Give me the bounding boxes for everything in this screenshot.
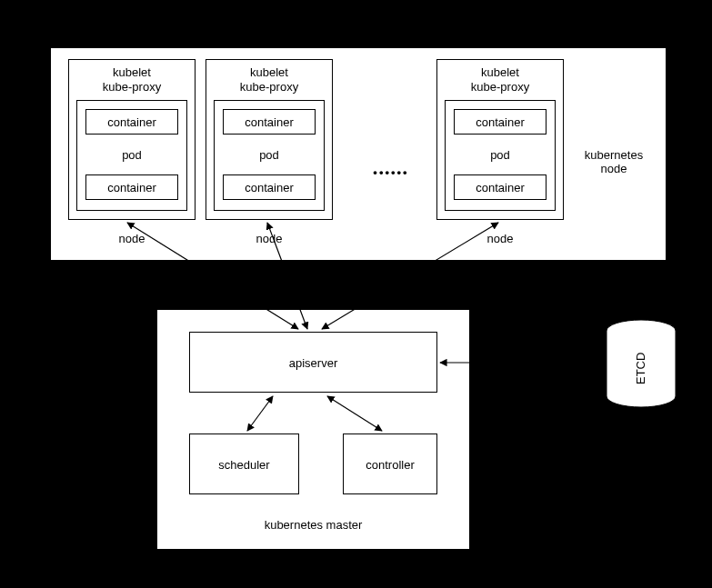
- kubernetes-node-region-label: kubernetes node: [573, 148, 655, 175]
- node-2-container-2-label: container: [223, 181, 316, 194]
- apiserver-label: apiserver: [189, 356, 437, 370]
- node-1-kubelet: kubelet: [68, 65, 196, 79]
- node-2-pod-label: pod: [214, 148, 325, 162]
- node-3-label: node: [436, 232, 564, 245]
- node-3-container-1-label: container: [454, 115, 547, 129]
- node-1-container-1-label: container: [85, 115, 178, 129]
- node-2-label: node: [206, 232, 333, 245]
- node-1-container-2-label: container: [85, 181, 178, 194]
- controller-label: controller: [343, 458, 437, 472]
- ellipsis: ••••••: [359, 165, 423, 179]
- node-1-label: node: [68, 232, 196, 245]
- scheduler-label: scheduler: [189, 458, 299, 472]
- node-2-container-1-label: container: [223, 115, 316, 129]
- kubernetes-master-label: kubernetes master: [156, 518, 470, 532]
- node-3-pod-label: pod: [445, 148, 556, 162]
- node-2-kubelet: kubelet: [206, 65, 333, 79]
- node-3-kubeproxy: kube-proxy: [436, 80, 564, 94]
- node-1-pod-label: pod: [76, 148, 187, 162]
- node-3-container-2-label: container: [454, 181, 547, 194]
- etcd-label: ETCD: [634, 345, 647, 391]
- node-2-kubeproxy: kube-proxy: [206, 80, 333, 94]
- node-1-kubeproxy: kube-proxy: [68, 80, 196, 94]
- node-3-kubelet: kubelet: [436, 65, 564, 79]
